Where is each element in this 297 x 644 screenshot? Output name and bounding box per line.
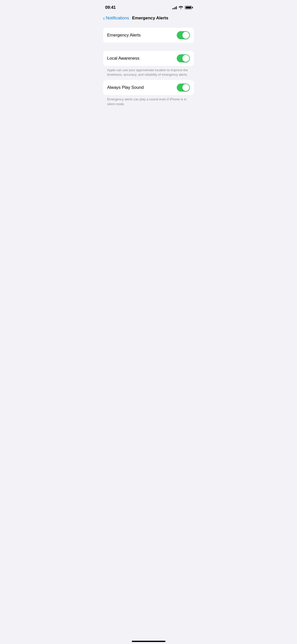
back-button-label: Notifications	[106, 16, 129, 21]
signal-bar-4	[176, 6, 177, 9]
toggle-knob	[182, 32, 189, 39]
settings-card-emergency-alerts: Emergency Alerts	[103, 28, 194, 43]
back-chevron-icon: ‹	[103, 16, 105, 21]
status-time: 09:41	[105, 5, 116, 10]
toggle-knob-sound	[182, 84, 189, 91]
signal-bar-1	[172, 8, 173, 9]
toggle-knob-local	[182, 55, 189, 62]
wifi-icon	[179, 6, 183, 9]
local-awareness-toggle[interactable]	[177, 54, 190, 62]
signal-bar-2	[174, 8, 174, 9]
emergency-alerts-label: Emergency Alerts	[107, 33, 141, 38]
local-awareness-description: Apple can use your approximate location …	[103, 66, 194, 80]
settings-content: Emergency Alerts Local Awareness Apple c…	[99, 25, 198, 109]
back-button[interactable]: ‹ Notifications	[103, 16, 129, 21]
nav-header: ‹ Notifications Emergency Alerts	[99, 14, 198, 25]
status-bar: 09:41	[99, 0, 198, 14]
always-play-sound-label: Always Play Sound	[107, 85, 144, 90]
always-play-sound-toggle[interactable]	[177, 84, 190, 92]
signal-bars-icon	[172, 6, 177, 9]
signal-bar-3	[175, 7, 176, 9]
emergency-alerts-toggle[interactable]	[177, 31, 190, 39]
always-play-sound-row: Always Play Sound	[103, 80, 194, 95]
settings-card-local: Local Awareness	[103, 51, 194, 66]
battery-icon	[185, 6, 192, 9]
settings-card-sound: Always Play Sound	[103, 80, 194, 95]
settings-group-local: Local Awareness Apple can use your appro…	[103, 51, 194, 109]
page-title: Emergency Alerts	[132, 16, 168, 21]
emergency-alerts-row: Emergency Alerts	[103, 28, 194, 43]
status-icons	[172, 6, 192, 9]
always-play-sound-description: Emergency alerts can play a sound even i…	[103, 95, 194, 109]
settings-group-emergency-alerts: Emergency Alerts	[103, 28, 194, 43]
local-awareness-row: Local Awareness	[103, 51, 194, 66]
local-awareness-label: Local Awareness	[107, 56, 139, 61]
